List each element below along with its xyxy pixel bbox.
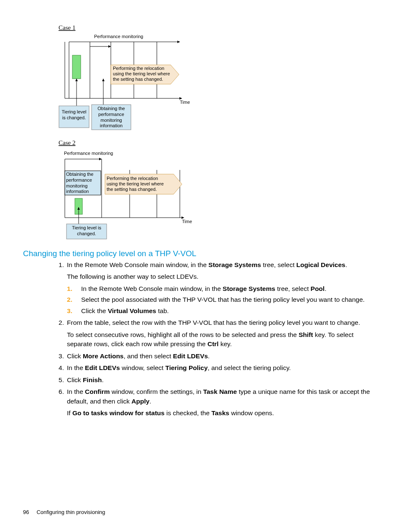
step-1: In the Remote Web Console main window, i…	[46, 260, 376, 316]
case2-label: Case 2	[59, 139, 75, 146]
tiering-diagram: Case 1 Performance monitoring Time Perfo…	[56, 23, 199, 241]
step-2: From the table, select the row with the …	[46, 318, 376, 349]
case1-blue-left: Tiering levelis changed.	[60, 109, 88, 121]
case1-orange-text: Performing the relocationusing the tieri…	[113, 66, 178, 82]
substep-2: Select the pool associated with the THP …	[67, 295, 376, 304]
case1-blue-right: Obtaining theperformancemonitoringinform…	[93, 106, 129, 129]
step-2-followup: To select consecutive rows, highlight al…	[67, 330, 376, 349]
page-number: 96	[23, 509, 29, 515]
case2-blue-left-box: Obtaining theperformancemonitoringinform…	[66, 172, 100, 194]
case1-time-label: Time	[180, 100, 190, 105]
step-6: In the Confirm window, confirm the setti…	[46, 387, 376, 418]
case2-top-label: Performance monitoring	[64, 151, 113, 156]
substep-3: Click the Virtual Volumes tab.	[67, 306, 376, 316]
case2-blue-bottom: Tiering level ischanged.	[67, 225, 106, 237]
step-5: Click Finish.	[46, 375, 376, 385]
page-footer: 96 Configuring thin provisioning	[23, 509, 105, 515]
case1-label: Case 1	[59, 24, 75, 31]
case2-time-label: Time	[182, 219, 192, 224]
case1-top-label: Performance monitoring	[94, 34, 143, 39]
step-6-followup: If Go to tasks window for status is chec…	[67, 409, 376, 418]
step-3: Click More Actions, and then select Edit…	[46, 352, 376, 361]
procedure-body: In the Remote Web Console main window, i…	[46, 260, 376, 421]
step-1-followup: The following is another way to select L…	[67, 272, 376, 281]
step-4: In the Edit LDEVs window, select Tiering…	[46, 363, 376, 373]
section-heading: Changing the tiering policy level on a T…	[23, 249, 196, 258]
substep-1: In the Remote Web Console main window, i…	[67, 284, 376, 293]
svg-rect-9	[72, 55, 81, 79]
case2-orange-text: Performing the relocationusing the tieri…	[107, 176, 174, 193]
footer-chapter: Configuring thin provisioning	[36, 509, 105, 515]
